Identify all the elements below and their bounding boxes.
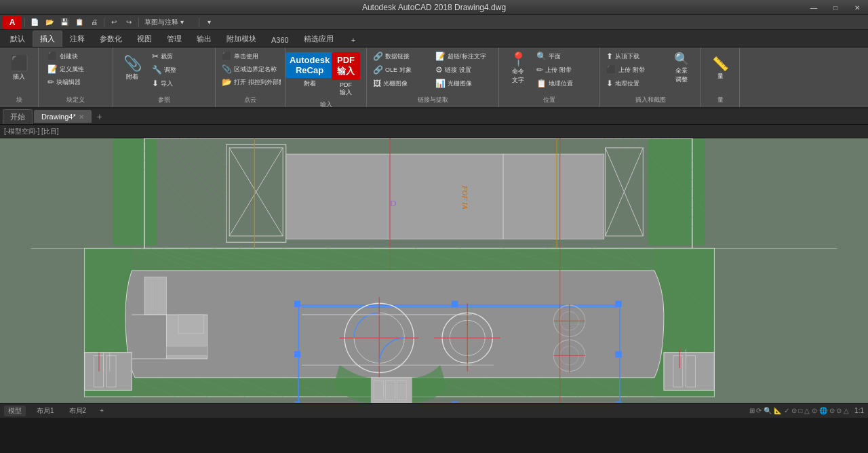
adjust-button[interactable]: 🔧 调整 bbox=[150, 64, 211, 76]
svg-rect-105 bbox=[294, 351, 300, 357]
open-button[interactable]: 📂 bbox=[43, 16, 56, 28]
tab-view[interactable]: 视图 bbox=[130, 31, 159, 47]
edit-text-label: 超链/标注文字 bbox=[448, 52, 486, 61]
paste-mid-label: 上传 附带 bbox=[618, 66, 645, 75]
paste-mid-button[interactable]: ⬛ 上传 附带 bbox=[604, 64, 665, 76]
workspace-dropdown[interactable]: 草图与注释 ▾ bbox=[142, 16, 196, 28]
print-button[interactable]: 🖨 bbox=[87, 16, 101, 28]
save-as-button[interactable]: 📋 bbox=[73, 16, 86, 28]
paste-down-button[interactable]: ⬇ 地理位置 bbox=[604, 77, 665, 90]
create-block-icon: ⬛ bbox=[47, 52, 58, 61]
doc-tab-start[interactable]: 开始 bbox=[3, 109, 33, 124]
attach-pointcloud-icon: 📎 bbox=[222, 64, 232, 74]
tab-a360[interactable]: A360 bbox=[264, 33, 296, 47]
doc-tab-drawing4-close[interactable]: ✕ bbox=[79, 113, 84, 121]
tab-parametric[interactable]: 参数化 bbox=[92, 31, 130, 47]
layout2-tab[interactable]: 布局2 bbox=[65, 406, 91, 416]
set-location-label: 命令文字 bbox=[512, 67, 524, 85]
insert-block-button[interactable]: ⬛ 插入 bbox=[4, 50, 34, 87]
window-controls: — □ ✕ bbox=[803, 0, 868, 15]
tab-manage[interactable]: 管理 bbox=[159, 31, 189, 47]
model-tab[interactable]: 模型 bbox=[4, 406, 26, 416]
undo-button[interactable]: ↩ bbox=[107, 16, 121, 28]
toolbar-separator bbox=[24, 18, 25, 27]
group-title-pointcloud: 点云 bbox=[244, 94, 256, 104]
doc-tab-drawing4[interactable]: Drawing4* ✕ bbox=[34, 110, 92, 123]
doc-tab-add-button[interactable]: + bbox=[93, 110, 106, 123]
import-pointcloud-label: 单击使用 bbox=[234, 52, 258, 61]
toolbar-separator-2 bbox=[104, 18, 104, 27]
loc-edit-button[interactable]: ✏ 上传 附带 bbox=[534, 64, 595, 76]
tab-addins[interactable]: 附加模块 bbox=[219, 31, 264, 47]
olelnk-button[interactable]: 🔗 OLE 对象 bbox=[371, 64, 432, 76]
tab-default[interactable]: 默认 bbox=[3, 31, 33, 47]
adjust-label: 调整 bbox=[164, 66, 176, 75]
attach-button[interactable]: 📎 附着 bbox=[117, 50, 147, 87]
raster-icon: 🖼 bbox=[373, 79, 381, 88]
datalink-button[interactable]: 🔗 数据链接 bbox=[371, 50, 432, 62]
tab-annotate[interactable]: 注释 bbox=[62, 31, 92, 47]
insert-set-label: 链接 设置 bbox=[445, 66, 471, 75]
set-location-button[interactable]: 📍 命令文字 bbox=[503, 50, 533, 87]
titlebar: Autodesk AutoCAD 2018 Drawing4.dwg — □ ✕ bbox=[0, 0, 868, 15]
loc-more-button[interactable]: 📋 地理位置 bbox=[534, 77, 595, 90]
clip-button[interactable]: ✂ 裁剪 bbox=[150, 50, 211, 62]
attach-pointcloud-button[interactable]: 📎 区域边界定名称 bbox=[220, 63, 281, 75]
edit-text-button[interactable]: 📝 超链/标注文字 bbox=[433, 50, 494, 62]
group-title-paste: 插入和截图 bbox=[635, 94, 666, 104]
import-pointcloud-button[interactable]: ⬛ 单击使用 bbox=[220, 50, 281, 62]
blockeditor-button[interactable]: ✏ 块编辑器 bbox=[45, 76, 106, 88]
drawing-canvas[interactable]: D FOF IA bbox=[0, 138, 868, 403]
redo-button[interactable]: ↪ bbox=[122, 16, 136, 28]
datalink-icon: 🔗 bbox=[373, 52, 383, 61]
import-button[interactable]: ⬇ 导入 bbox=[150, 77, 211, 90]
new-button[interactable]: 📄 bbox=[28, 16, 41, 28]
create-block-button[interactable]: ⬛ 创建块 bbox=[45, 50, 106, 62]
paste-mid-icon: ⬛ bbox=[606, 65, 616, 75]
extract-data-button[interactable]: 📊 光栅图像 bbox=[433, 77, 494, 90]
svg-rect-3 bbox=[286, 154, 503, 239]
ribbon-group-link: 🔗 数据链接 🔗 OLE 对象 🖼 光栅图像 📝 超链/标注文字 bbox=[367, 47, 499, 107]
location-col: 🔍 平面 ✏ 上传 附带 📋 地理位置 bbox=[534, 50, 595, 90]
add-layout-btn[interactable]: + bbox=[97, 406, 106, 415]
tab-more[interactable]: + bbox=[344, 33, 363, 47]
ref-col: ✂ 裁剪 🔧 调整 ⬇ 导入 bbox=[150, 50, 211, 90]
loc-panel-button[interactable]: 🔍 平面 bbox=[534, 50, 595, 62]
zoom-icon: 🔍 bbox=[674, 53, 689, 65]
open-drawing-icon: 📂 bbox=[222, 77, 232, 87]
zoom-button[interactable]: 🔍 全景调整 bbox=[667, 50, 696, 87]
paste-up-icon: ⬆ bbox=[606, 52, 613, 61]
loc-panel-label: 平面 bbox=[549, 52, 561, 61]
layout1-tab[interactable]: 布局1 bbox=[33, 406, 58, 416]
group-title-location: 位置 bbox=[543, 94, 555, 104]
raster-button[interactable]: 🖼 光栅图像 bbox=[371, 77, 432, 90]
svg-rect-91 bbox=[664, 353, 714, 391]
save-button[interactable]: 💾 bbox=[58, 16, 71, 28]
maximize-button[interactable]: □ bbox=[825, 0, 846, 15]
blockeditor-icon: ✏ bbox=[47, 77, 54, 87]
group-title-blockdef: 块定义 bbox=[66, 94, 85, 104]
open-drawing-button[interactable]: 📂 打开 拟控到外部数别 切换 ▾ bbox=[220, 76, 281, 88]
measure-button[interactable]: 📏 量 bbox=[705, 50, 735, 87]
insert-set-button[interactable]: ⚙ 链接 设置 bbox=[433, 64, 494, 76]
svg-rect-4 bbox=[503, 154, 604, 239]
tab-featured[interactable]: 精选应用 bbox=[296, 31, 341, 47]
coord-text: [-模型空间-] [比目] bbox=[4, 127, 59, 136]
minimize-button[interactable]: — bbox=[803, 0, 825, 15]
loc-edit-icon: ✏ bbox=[536, 65, 543, 75]
link-col: 🔗 数据链接 🔗 OLE 对象 🖼 光栅图像 bbox=[371, 50, 432, 90]
app-menu-button[interactable]: A bbox=[3, 16, 22, 29]
more-button[interactable]: ▾ bbox=[202, 16, 216, 28]
attach-label: 附着 bbox=[126, 73, 138, 81]
recap-button[interactable]: AutodeskReCap 附着 bbox=[291, 50, 328, 90]
paste-up-button[interactable]: ⬆ 从顶下载 bbox=[604, 50, 665, 62]
group-title-ref: 参照 bbox=[158, 94, 170, 104]
tab-output[interactable]: 输出 bbox=[189, 31, 219, 47]
tab-insert[interactable]: 插入 bbox=[33, 31, 62, 47]
ribbon-group-ref: 📎 附着 ✂ 裁剪 🔧 调整 ⬇ 导入 参照 bbox=[113, 47, 216, 107]
define-attr-button[interactable]: 📝 定义属性 bbox=[45, 63, 106, 75]
adjust-icon: 🔧 bbox=[152, 65, 162, 75]
recap-label: 附着 bbox=[304, 79, 316, 88]
close-button[interactable]: ✕ bbox=[846, 0, 868, 15]
pdf-button[interactable]: PDF输入 PDF输入 bbox=[331, 50, 361, 99]
